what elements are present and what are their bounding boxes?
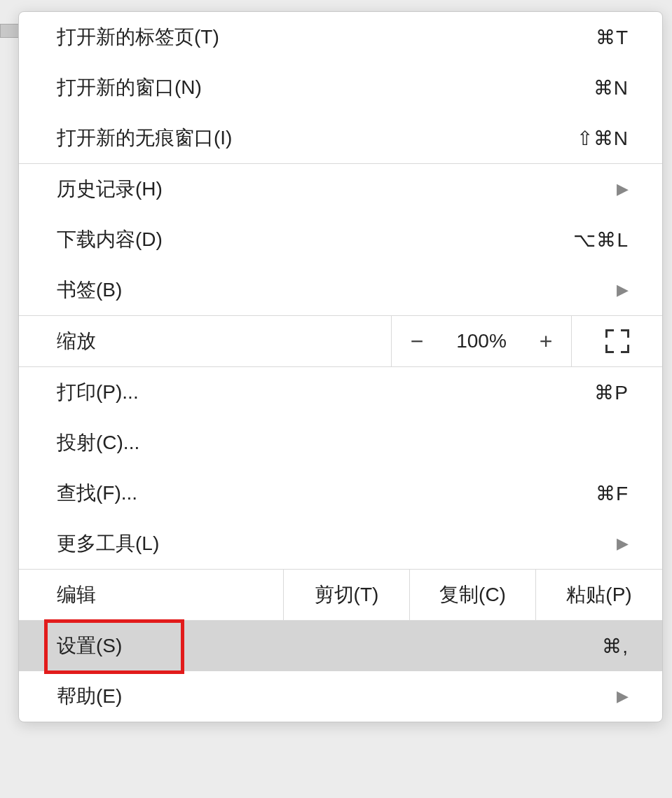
menu-item-shortcut: ⌘N [594, 76, 629, 99]
menu-item-shortcut: ⌘P [594, 381, 629, 404]
menu-item-new-tab[interactable]: 打开新的标签页(T) ⌘T [19, 12, 662, 62]
menu-item-history[interactable]: 历史记录(H) ▶ [19, 164, 662, 214]
menu-item-bookmarks[interactable]: 书签(B) ▶ [19, 265, 662, 315]
menu-item-new-window[interactable]: 打开新的窗口(N) ⌘N [19, 62, 662, 113]
menu-item-label: 打开新的标签页(T) [57, 24, 596, 50]
menu-item-shortcut: ⌘F [596, 482, 629, 505]
zoom-controls: − 100% + [392, 316, 571, 366]
menu-item-label: 书签(B) [57, 277, 617, 303]
zoom-in-button[interactable]: + [521, 329, 571, 355]
menu-item-label: 设置(S) [57, 633, 602, 659]
menu-item-new-incognito-window[interactable]: 打开新的无痕窗口(I) ⇧⌘N [19, 113, 662, 163]
menu-item-label: 下载内容(D) [57, 226, 573, 253]
menu-item-shortcut: ⌘, [602, 635, 629, 658]
menu-item-label: 打印(P)... [57, 379, 594, 406]
menu-item-label: 投射(C)... [57, 429, 629, 456]
menu-item-help[interactable]: 帮助(E) ▶ [19, 671, 662, 722]
menu-item-label: 帮助(E) [57, 683, 617, 710]
menu-item-downloads[interactable]: 下载内容(D) ⌥⌘L [19, 214, 662, 265]
menu-item-more-tools[interactable]: 更多工具(L) ▶ [19, 518, 662, 569]
menu-item-label: 更多工具(L) [57, 530, 617, 557]
edit-paste-button[interactable]: 粘贴(P) [536, 570, 662, 620]
menu-item-shortcut: ⌥⌘L [573, 228, 629, 252]
menu-item-label: 打开新的无痕窗口(I) [57, 125, 577, 151]
menu-item-label: 历史记录(H) [57, 176, 617, 202]
menu-item-settings[interactable]: 设置(S) ⌘, [19, 621, 662, 671]
chevron-right-icon: ▶ [617, 180, 629, 198]
chevron-right-icon: ▶ [617, 687, 629, 706]
menu-item-find[interactable]: 查找(F)... ⌘F [19, 468, 662, 518]
browser-main-menu: 打开新的标签页(T) ⌘T 打开新的窗口(N) ⌘N 打开新的无痕窗口(I) ⇧… [18, 11, 663, 722]
fullscreen-button[interactable] [571, 316, 662, 366]
chevron-right-icon: ▶ [617, 535, 629, 553]
menu-item-label: 打开新的窗口(N) [57, 74, 594, 101]
zoom-value: 100% [442, 330, 521, 352]
menu-item-zoom: 缩放 − 100% + [19, 316, 662, 366]
menu-item-edit: 编辑 剪切(T) 复制(C) 粘贴(P) [19, 570, 662, 620]
menu-item-shortcut: ⇧⌘N [577, 127, 629, 150]
menu-item-print[interactable]: 打印(P)... ⌘P [19, 367, 662, 418]
zoom-label: 缩放 [19, 316, 392, 366]
menu-item-label: 查找(F)... [57, 480, 596, 507]
menu-item-cast[interactable]: 投射(C)... [19, 418, 662, 468]
menu-item-shortcut: ⌘T [596, 26, 629, 49]
fullscreen-icon [605, 329, 629, 353]
edit-copy-button[interactable]: 复制(C) [410, 570, 536, 620]
zoom-out-button[interactable]: − [392, 329, 442, 355]
edit-label: 编辑 [19, 570, 284, 620]
chevron-right-icon: ▶ [617, 281, 629, 299]
edit-cut-button[interactable]: 剪切(T) [284, 570, 410, 620]
